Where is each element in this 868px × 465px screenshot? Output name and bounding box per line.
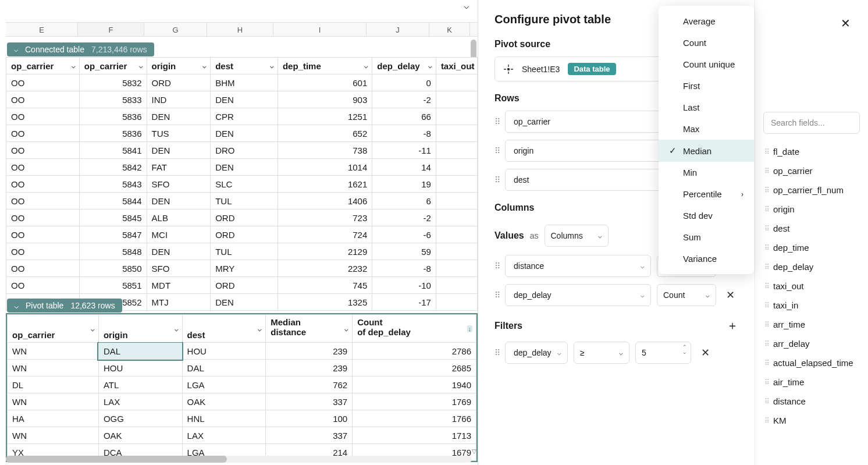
table-row[interactable]: OO5844DENTUL14066 [6, 193, 478, 210]
cell[interactable]: OO [6, 243, 80, 260]
cell[interactable]: 5843 [79, 176, 147, 193]
cell[interactable]: 5833 [79, 91, 147, 108]
cell[interactable] [436, 294, 477, 311]
cell[interactable]: -2 [372, 91, 436, 108]
cell[interactable]: ALB [147, 210, 211, 226]
cell[interactable]: DEN [147, 243, 211, 260]
table-row[interactable]: OO5847MCIORD724-6 [6, 226, 478, 243]
cell[interactable] [436, 91, 477, 108]
cell[interactable]: 1769 [353, 393, 476, 410]
cell[interactable]: DEN [147, 142, 211, 159]
agg-menu-item[interactable]: Last [659, 97, 754, 118]
chevron-down-icon[interactable]: ⌵ [91, 325, 95, 332]
table-row[interactable]: WNHOUDAL2392685 [8, 360, 476, 377]
agg-menu-item[interactable]: Percentile› [659, 183, 754, 205]
cell[interactable]: DL [8, 377, 99, 393]
table-row[interactable]: OO5845ALBORD723-2 [6, 210, 478, 226]
column-header[interactable]: dep_delay⌵ [372, 58, 436, 74]
cell[interactable]: 2129 [278, 243, 372, 260]
drag-handle-icon[interactable]: ⠿ [495, 146, 499, 155]
chevron-down-icon[interactable]: ⌵ [344, 325, 348, 332]
cell[interactable]: 5845 [79, 210, 147, 226]
table-row[interactable]: OO5843SFOSLC162119 [6, 176, 478, 193]
cell[interactable]: DEN [211, 91, 278, 108]
chevron-down-icon[interactable]: ⌵ [72, 62, 76, 70]
cell[interactable]: WN [8, 343, 99, 360]
column-header-I[interactable]: I [273, 23, 367, 36]
cell[interactable]: 724 [278, 226, 372, 243]
cell[interactable]: 337 [266, 427, 353, 444]
cell[interactable] [436, 108, 477, 125]
cell[interactable]: 745 [278, 277, 372, 294]
drag-handle-icon[interactable]: ⠿ [495, 261, 499, 271]
cell[interactable]: FAT [147, 159, 211, 176]
cell[interactable]: OO [6, 176, 80, 193]
cell[interactable]: MCI [147, 226, 211, 243]
chevron-down-icon[interactable]: ⌵ [364, 62, 368, 70]
cell[interactable]: WN [8, 393, 99, 410]
cell[interactable]: -6 [372, 226, 436, 243]
field-list-item[interactable]: ⠿taxi_out [763, 276, 860, 296]
cell[interactable]: 59 [372, 243, 436, 260]
cell[interactable]: 5841 [79, 142, 147, 159]
cell[interactable]: -8 [372, 260, 436, 277]
column-header[interactable]: origin⌵ [98, 315, 182, 343]
column-header[interactable]: dest⌵ [211, 58, 278, 74]
cell[interactable] [436, 243, 477, 260]
cell[interactable]: DEN [211, 125, 278, 142]
cell[interactable]: 100 [266, 410, 353, 427]
close-panel-button[interactable]: ✕ [841, 16, 851, 30]
cell[interactable]: 2685 [353, 360, 476, 377]
cell[interactable]: DEN [147, 193, 211, 210]
cell[interactable]: OO [6, 74, 80, 91]
cell[interactable]: TUL [211, 243, 278, 260]
drag-handle-icon[interactable]: ⠿ [495, 290, 499, 300]
cell[interactable]: OO [6, 142, 80, 159]
cell[interactable]: IND [147, 91, 211, 108]
cell[interactable]: LAX [182, 427, 266, 444]
cell[interactable]: 1713 [353, 427, 476, 444]
field-list-item[interactable]: ⠿arr_time [763, 315, 860, 334]
cell[interactable]: BHM [211, 74, 278, 91]
cell[interactable]: OO [6, 159, 80, 176]
cell[interactable]: 5851 [79, 277, 147, 294]
cell[interactable]: -17 [372, 294, 436, 311]
drag-handle-icon[interactable]: ⠿ [495, 117, 499, 126]
cell[interactable]: CPR [211, 108, 278, 125]
column-header[interactable]: op_carrier⌵ [79, 58, 147, 74]
cell[interactable]: 5844 [79, 193, 147, 210]
cell[interactable]: DAL [182, 360, 266, 377]
table-row[interactable]: OO5850SFOMRY2232-8 [6, 260, 478, 277]
cell[interactable]: 5832 [79, 74, 147, 91]
cell[interactable]: 5842 [79, 159, 147, 176]
remove-filter-button[interactable]: ✕ [697, 346, 713, 359]
column-header[interactable]: op_carrier⌵ [6, 58, 80, 74]
chevron-down-icon[interactable]: ⌵ [258, 325, 262, 332]
column-header-F[interactable]: F [78, 23, 144, 36]
column-header-G[interactable]: G [144, 23, 207, 36]
cell[interactable] [436, 159, 477, 176]
column-header[interactable]: dep_time⌵ [278, 58, 372, 74]
column-header[interactable]: dest⌵ [182, 315, 266, 343]
agg-menu-item[interactable]: ✓Median [659, 140, 754, 162]
drag-handle-icon[interactable]: ⠿ [495, 175, 499, 184]
cell[interactable]: -8 [372, 125, 436, 142]
cell[interactable]: OO [6, 226, 80, 243]
cell[interactable]: OO [6, 260, 80, 277]
cell[interactable]: 337 [266, 393, 353, 410]
field-list-item[interactable]: ⠿op_carrier_fl_num [763, 180, 860, 200]
cell[interactable]: LGA [182, 377, 266, 393]
cell[interactable]: SFO [147, 260, 211, 277]
cell[interactable]: 239 [266, 343, 353, 360]
cell[interactable]: 0 [372, 74, 436, 91]
cell[interactable]: 723 [278, 210, 372, 226]
cell[interactable]: 903 [278, 91, 372, 108]
chevron-down-icon[interactable]: ⌵ [175, 325, 179, 332]
cell[interactable]: 1406 [278, 193, 372, 210]
cell[interactable]: 6 [372, 193, 436, 210]
cell[interactable]: MDT [147, 277, 211, 294]
column-header[interactable]: op_carrier⌵ [8, 315, 99, 343]
table-row[interactable]: WNLAXOAK3371769 [8, 393, 476, 410]
cell[interactable]: MTJ [147, 294, 211, 311]
filter-value-input[interactable]: 5 ⌃⌄ [635, 342, 691, 364]
